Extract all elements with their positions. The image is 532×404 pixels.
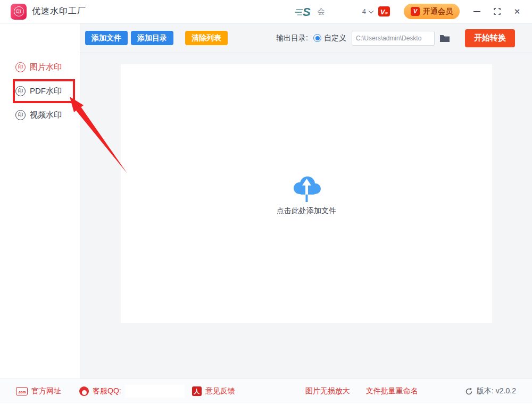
device-count-dropdown[interactable]: 4: [362, 7, 373, 15]
minimize-button[interactable]: [472, 7, 481, 16]
batch-rename-label: 文件批量重命名: [366, 386, 418, 396]
app-brand: 印 优速水印工厂: [11, 4, 86, 20]
version-group: 版本: v2.0.2: [465, 386, 516, 396]
member-label: 会: [318, 7, 325, 16]
batch-rename-link[interactable]: 文件批量重命名: [366, 386, 418, 396]
stamp-icon: 印: [14, 6, 24, 16]
version-label: 版本: v2.0.2: [477, 386, 516, 396]
toolbar: 添加文件 添加目录 清除列表 输出目录: 自定义 开始转换: [80, 23, 532, 53]
membership-status: S 会: [295, 5, 325, 18]
lossless-upscale-link[interactable]: 图片无损放大: [305, 386, 350, 396]
customer-service-qq[interactable]: 客服QQ:: [79, 385, 185, 398]
redacted-qq-number: [125, 385, 185, 398]
website-icon: .com: [16, 387, 28, 395]
cloud-upload-icon: [289, 172, 324, 203]
sidebar-item-label: 视频水印: [30, 110, 62, 120]
browse-folder-button[interactable]: [439, 34, 450, 43]
official-site-link[interactable]: .com 官方网址: [16, 386, 61, 396]
stamp-icon: 印: [15, 86, 26, 96]
app-window: 印 优速水印工厂 S 会 4 VIP V 开通会员: [0, 0, 532, 404]
clear-list-button[interactable]: 清除列表: [185, 31, 228, 45]
app-title: 优速水印工厂: [32, 6, 86, 17]
official-site-label: 官方网址: [31, 386, 61, 396]
sidebar-item-label: 图片水印: [30, 62, 62, 72]
vip-letter: V: [380, 9, 385, 15]
sidebar: 印 图片水印 印 PDF水印 印 视频水印: [0, 23, 80, 378]
add-folder-button[interactable]: 添加目录: [131, 31, 173, 45]
feedback-label: 意见反馈: [205, 386, 235, 396]
folder-icon: [439, 34, 450, 43]
svg-text:S: S: [303, 5, 311, 18]
open-vip-label: 开通会员: [423, 7, 453, 16]
sidebar-item-image-watermark[interactable]: 印 图片水印: [0, 55, 80, 79]
output-directory-label: 输出目录:: [276, 33, 308, 43]
speed-logo-icon: S: [295, 5, 314, 18]
output-path-input[interactable]: [352, 31, 435, 46]
feedback-icon: 人: [192, 386, 202, 396]
titlebar: 印 优速水印工厂 S 会 4 VIP V 开通会员: [0, 0, 532, 23]
vip-sub-letters: IP: [385, 11, 388, 15]
refresh-icon[interactable]: [465, 388, 473, 395]
main-content: 添加文件 添加目录 清除列表 输出目录: 自定义 开始转换: [80, 23, 532, 378]
sidebar-item-label: PDF水印: [30, 86, 62, 96]
add-file-button[interactable]: 添加文件: [85, 31, 128, 45]
device-count-value: 4: [362, 7, 366, 15]
footer: .com 官方网址 客服QQ: 人 意见反馈 图片无损放大 文件批量重命名 版本…: [0, 378, 532, 403]
radio-dot: [315, 36, 320, 40]
qq-label: 客服QQ:: [93, 386, 121, 396]
chevron-down-icon: [369, 8, 374, 13]
sidebar-item-video-watermark[interactable]: 印 视频水印: [0, 103, 80, 127]
custom-path-radio[interactable]: [313, 34, 321, 42]
sidebar-item-pdf-watermark[interactable]: 印 PDF水印: [0, 79, 80, 103]
feedback-link[interactable]: 人 意见反馈: [192, 386, 235, 396]
vip-badge-icon: VIP: [378, 6, 390, 16]
dropzone[interactable]: 点击此处添加文件: [121, 64, 492, 323]
window-controls: ✕: [472, 7, 521, 16]
output-directory-group: 输出目录: 自定义 开始转换: [276, 29, 515, 47]
app-logo-icon: 印: [11, 4, 27, 20]
minimize-icon: [473, 11, 480, 12]
start-convert-button[interactable]: 开始转换: [465, 29, 515, 47]
close-button[interactable]: ✕: [513, 7, 521, 16]
custom-path-label: 自定义: [324, 33, 346, 43]
dropzone-hint: 点击此处添加文件: [277, 206, 336, 216]
stamp-icon: 印: [15, 110, 26, 120]
maximize-button[interactable]: [493, 7, 501, 16]
open-vip-button[interactable]: V 开通会员: [404, 4, 460, 19]
customer-service-icon: [79, 386, 89, 396]
lossless-upscale-label: 图片无损放大: [305, 386, 350, 396]
workspace: 点击此处添加文件: [80, 53, 532, 378]
stamp-icon: 印: [15, 62, 26, 72]
vip-icon: V: [411, 7, 420, 16]
maximize-icon: [494, 8, 501, 15]
